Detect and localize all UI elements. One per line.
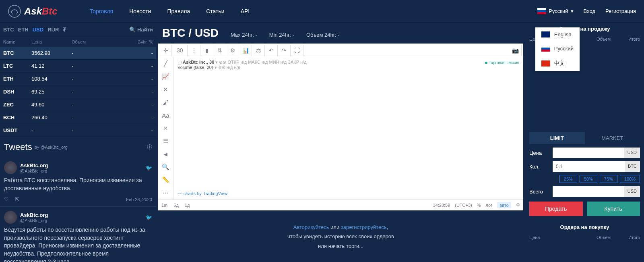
currency-tabs: BTC ETH USD RUR ₮ 🔍 Найти bbox=[0, 23, 156, 37]
sell-button[interactable]: Продать bbox=[529, 202, 583, 216]
camera-icon[interactable]: 📷 bbox=[510, 45, 522, 56]
chart-toolbar: ✛ 30 ⋮ ▮ ⇅ ⚙ 📊 ⚖ ↶ ↷ ⛶ 📷 bbox=[158, 44, 523, 57]
auth-prompt: Авторизуйтесь или зарегистрируйтесь, что… bbox=[156, 210, 525, 262]
chart-canvas[interactable]: ▢ AskBtc Inc., 30 ▾ ⊗⊗ ОТКР н/д МАКС н/д… bbox=[173, 57, 523, 199]
info-icon[interactable]: ⓘ bbox=[147, 143, 152, 151]
tab-usdt[interactable]: ₮ bbox=[63, 27, 66, 33]
mammoth-icon bbox=[8, 5, 21, 18]
pair-header: BTC / USD Max 24hr: - Min 24hr: - Объем … bbox=[156, 23, 525, 44]
tweets-title: Tweets bbox=[4, 142, 32, 152]
nav-rules[interactable]: Правила bbox=[167, 8, 190, 15]
price-row-bch[interactable]: BCH266.40-- bbox=[0, 111, 156, 124]
crosshair-icon[interactable]: ✛ bbox=[160, 45, 172, 56]
total-input[interactable] bbox=[553, 186, 624, 197]
buy-button[interactable]: Купить bbox=[587, 202, 640, 216]
buy-orders-cols: ЦенаОбъемИтого bbox=[529, 233, 640, 241]
share-icon[interactable]: ⇱ bbox=[15, 196, 19, 202]
login-link-center[interactable]: Авторизуйтесь bbox=[293, 224, 329, 230]
brush-icon[interactable]: 🖌 bbox=[158, 96, 173, 109]
gear-icon[interactable]: ⚙ bbox=[227, 45, 239, 56]
price-row-usdt[interactable]: USDT--- bbox=[0, 124, 156, 137]
register-link-center[interactable]: зарегистрируйтесь bbox=[341, 224, 387, 230]
pair-title: BTC / USD bbox=[162, 27, 219, 40]
avatar bbox=[4, 211, 17, 224]
nav-trading[interactable]: Торговля bbox=[90, 8, 113, 15]
nav-api[interactable]: API bbox=[241, 8, 250, 15]
menu-icon[interactable]: ⋮ bbox=[188, 45, 200, 56]
tab-rur[interactable]: RUR bbox=[47, 27, 59, 33]
text-tool-icon[interactable]: Aa bbox=[158, 109, 173, 122]
candle-icon[interactable]: ▮ bbox=[201, 45, 213, 56]
like-icon[interactable]: ♡ bbox=[4, 196, 9, 202]
pct-100[interactable]: 100% bbox=[620, 175, 640, 183]
tradingview-link[interactable]: TradingView bbox=[203, 191, 228, 196]
pct-75[interactable]: 75% bbox=[600, 175, 617, 183]
fullscreen-icon[interactable]: ⛶ bbox=[291, 45, 303, 56]
language-dropdown: English Русский 中文 bbox=[535, 27, 580, 71]
balance-icon[interactable]: ⚖ bbox=[253, 45, 265, 56]
pct-buttons: 25% 50% 75% 100% bbox=[529, 175, 640, 183]
total-label: Всего bbox=[529, 189, 549, 195]
collapse-icon[interactable]: ▢ bbox=[178, 60, 182, 64]
measure-icon[interactable]: 📏 bbox=[158, 173, 173, 186]
tab-btc[interactable]: BTC bbox=[3, 27, 14, 33]
tweet-item[interactable]: AskBtc.org@AskBtc_org🐦Работа BTC восстан… bbox=[0, 157, 156, 207]
logo[interactable]: AskBtc bbox=[8, 5, 58, 18]
tab-eth[interactable]: ETH bbox=[18, 27, 29, 33]
tf-1m[interactable]: 1m bbox=[161, 203, 167, 208]
tweets-header: Tweets by @AskBtc_org ⓘ bbox=[0, 137, 156, 157]
avatar bbox=[4, 161, 17, 174]
chart-draw-tools: ╱ 📈 ✕ 🖌 Aa ⨯ ☰ ◄ 🔍 📏 ⋯ bbox=[158, 57, 173, 199]
line-tool-icon[interactable]: ╱ bbox=[158, 57, 173, 70]
compare-icon[interactable]: ⇅ bbox=[214, 45, 226, 56]
price-row-zec[interactable]: ZEC49.60-- bbox=[0, 98, 156, 111]
lang-option-ru[interactable]: Русский bbox=[535, 42, 580, 56]
nav-articles[interactable]: Статьи bbox=[206, 8, 224, 15]
chart-container: ✛ 30 ⋮ ▮ ⇅ ⚙ 📊 ⚖ ↶ ↷ ⛶ 📷 ╱ 📈 ✕ 🖌 Aa bbox=[158, 44, 523, 210]
back-icon[interactable]: ◄ bbox=[158, 148, 173, 160]
tf-1d[interactable]: 1д bbox=[185, 203, 190, 208]
nav-news[interactable]: Новости bbox=[129, 8, 151, 15]
trend-tool-icon[interactable]: 📈 bbox=[158, 70, 173, 83]
price-row-dsh[interactable]: DSH69.25-- bbox=[0, 85, 156, 98]
tab-usd[interactable]: USD bbox=[33, 27, 43, 33]
price-row-eth[interactable]: ETH108.54-- bbox=[0, 73, 156, 85]
twitter-icon: 🐦 bbox=[146, 214, 152, 220]
qty-input[interactable] bbox=[553, 161, 625, 172]
settings-icon[interactable]: ⚙ bbox=[516, 202, 520, 208]
lang-option-en[interactable]: English bbox=[535, 27, 580, 42]
tab-market[interactable]: MARKET bbox=[585, 132, 640, 144]
flag-cn-icon bbox=[541, 60, 550, 67]
auto-badge[interactable]: авто bbox=[497, 202, 511, 208]
price-table-header: Name Цена Объем 24hr, % bbox=[0, 37, 156, 47]
chart-footer: 1m 5д 1д 14:28:59 (UTC+3) % лог авто ⚙ bbox=[158, 199, 523, 210]
lang-option-cn[interactable]: 中文 bbox=[535, 56, 580, 71]
pct-25[interactable]: 25% bbox=[559, 175, 577, 183]
price-row-btc[interactable]: BTC3562.98-- bbox=[0, 47, 156, 60]
indicators-icon[interactable]: 📊 bbox=[240, 45, 252, 56]
register-link[interactable]: Регистрация bbox=[605, 8, 636, 14]
zoom-icon[interactable]: 🔍 bbox=[158, 160, 173, 173]
flag-en-icon bbox=[541, 31, 550, 37]
center-panel: BTC / USD Max 24hr: - Min 24hr: - Объем … bbox=[156, 23, 525, 262]
ruler-icon[interactable]: ☰ bbox=[158, 135, 173, 148]
pattern-icon[interactable]: ⨯ bbox=[158, 122, 173, 135]
more-icon[interactable]: ⋯ bbox=[158, 186, 173, 199]
chart-time: 14:28:59 bbox=[433, 203, 450, 208]
language-selector[interactable]: Русский ▾ bbox=[537, 8, 573, 14]
undo-icon[interactable]: ↶ bbox=[266, 45, 278, 56]
price-row-ltc[interactable]: LTC41.12-- bbox=[0, 60, 156, 73]
price-input[interactable] bbox=[553, 148, 624, 158]
tweet-item[interactable]: AskBtc.org@AskBtc_org🐦Ведутся работы по … bbox=[0, 207, 156, 262]
pct-50[interactable]: 50% bbox=[580, 175, 597, 183]
interval-selector[interactable]: 30 bbox=[173, 45, 188, 56]
pitchfork-icon[interactable]: ✕ bbox=[158, 83, 173, 96]
main-nav: Торговля Новости Правила Статьи API bbox=[90, 8, 250, 15]
tf-5d[interactable]: 5д bbox=[173, 203, 179, 208]
redo-icon[interactable]: ↷ bbox=[279, 45, 291, 56]
tab-limit[interactable]: LIMIT bbox=[529, 132, 585, 144]
login-link[interactable]: Вход bbox=[584, 8, 595, 14]
search-input[interactable]: 🔍 Найти bbox=[129, 27, 153, 33]
session-badge: торговая сессия bbox=[485, 60, 519, 65]
logo-text-btc: Btc bbox=[42, 6, 58, 17]
